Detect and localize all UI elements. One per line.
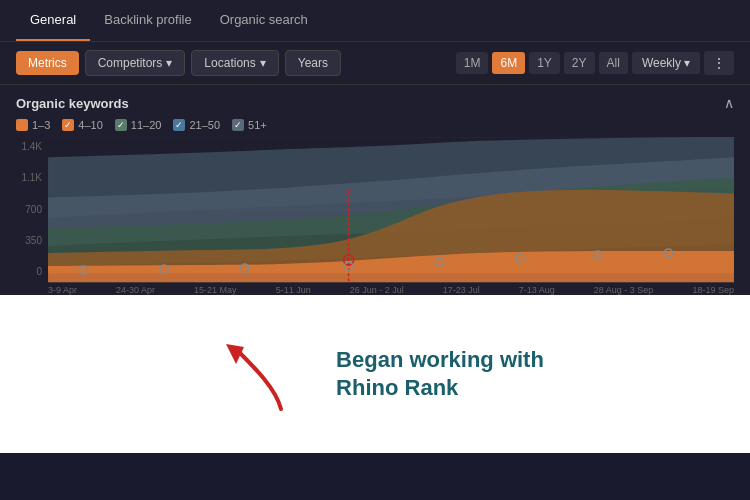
y-label-2: 1.1K	[16, 172, 42, 183]
chart-header: Organic keywords ∧	[16, 95, 734, 111]
time-6m-button[interactable]: 6M	[492, 52, 525, 74]
y-label-5: 0	[16, 266, 42, 277]
arrow-icon	[216, 329, 316, 419]
legend-item-51plus: ✓ 51+	[232, 119, 267, 131]
toolbar: Metrics Competitors ▾ Locations ▾ Years …	[0, 42, 750, 85]
metrics-button[interactable]: Metrics	[16, 51, 79, 75]
top-navigation: General Backlink profile Organic search	[0, 0, 750, 42]
locations-button[interactable]: Locations ▾	[191, 50, 278, 76]
toolbar-left: Metrics Competitors ▾ Locations ▾ Years	[16, 50, 341, 76]
chevron-down-icon: ▾	[260, 56, 266, 70]
legend-check-4-10[interactable]: ✓	[62, 119, 74, 131]
chart-area[interactable]: 1.4K 1.1K 700 350 0	[16, 137, 734, 295]
collapse-icon[interactable]: ∧	[724, 95, 734, 111]
legend-item-21-50: ✓ 21–50	[173, 119, 220, 131]
tab-general[interactable]: General	[16, 0, 90, 41]
time-2y-button[interactable]: 2Y	[564, 52, 595, 74]
x-label-8: 28 Aug - 3 Sep	[594, 285, 654, 295]
arrow-container	[206, 324, 326, 424]
x-label-4: 5-11 Jun	[276, 285, 311, 295]
toolbar-right: 1M 6M 1Y 2Y All Weekly ▾ ⋮	[456, 51, 734, 75]
annotation-text: Began working with Rhino Rank	[336, 346, 544, 403]
years-button[interactable]: Years	[285, 50, 341, 76]
legend-label-51plus: 51+	[248, 119, 267, 131]
x-label-9: 18-19 Sep	[692, 285, 734, 295]
x-label-1: 3-9 Apr	[48, 285, 77, 295]
legend-item-11-20: ✓ 11–20	[115, 119, 162, 131]
more-options-button[interactable]: ⋮	[704, 51, 734, 75]
chart-title: Organic keywords	[16, 96, 129, 111]
legend: 1–3 ✓ 4–10 ✓ 11–20 ✓ 21–50 ✓ 51+	[16, 119, 734, 131]
legend-item-1-3: 1–3	[16, 119, 50, 131]
legend-check-21-50[interactable]: ✓	[173, 119, 185, 131]
tab-backlink[interactable]: Backlink profile	[90, 0, 205, 41]
time-1y-button[interactable]: 1Y	[529, 52, 560, 74]
x-label-6: 17-23 Jul	[443, 285, 480, 295]
y-label-1: 1.4K	[16, 141, 42, 152]
legend-label-4-10: 4–10	[78, 119, 102, 131]
legend-item-4-10: ✓ 4–10	[62, 119, 102, 131]
chart-section: Organic keywords ∧ 1–3 ✓ 4–10 ✓ 11–20 ✓ …	[0, 85, 750, 295]
annotation-line1: Began working with	[336, 346, 544, 375]
legend-color-1-3	[16, 119, 28, 131]
tab-organic-search[interactable]: Organic search	[206, 0, 322, 41]
x-label-5: 26 Jun - 2 Jul	[350, 285, 404, 295]
legend-check-51plus[interactable]: ✓	[232, 119, 244, 131]
chevron-down-icon: ▾	[166, 56, 172, 70]
x-label-2: 24-30 Apr	[116, 285, 155, 295]
x-axis: 3-9 Apr 24-30 Apr 15-21 May 5-11 Jun 26 …	[48, 283, 734, 295]
bottom-section: Began working with Rhino Rank	[0, 295, 750, 453]
x-label-7: 7-13 Aug	[519, 285, 555, 295]
chart-svg: ✕	[48, 137, 734, 283]
weekly-dropdown[interactable]: Weekly ▾	[632, 52, 700, 74]
competitors-button[interactable]: Competitors ▾	[85, 50, 186, 76]
chevron-down-icon: ▾	[684, 56, 690, 70]
time-all-button[interactable]: All	[599, 52, 628, 74]
legend-check-11-20[interactable]: ✓	[115, 119, 127, 131]
y-label-3: 700	[16, 204, 42, 215]
time-1m-button[interactable]: 1M	[456, 52, 489, 74]
legend-label-11-20: 11–20	[131, 119, 162, 131]
x-label-3: 15-21 May	[194, 285, 237, 295]
legend-label-21-50: 21–50	[189, 119, 220, 131]
annotation-line2: Rhino Rank	[336, 374, 544, 403]
y-label-4: 350	[16, 235, 42, 246]
legend-label-1-3: 1–3	[32, 119, 50, 131]
svg-text:✕: ✕	[345, 187, 353, 198]
